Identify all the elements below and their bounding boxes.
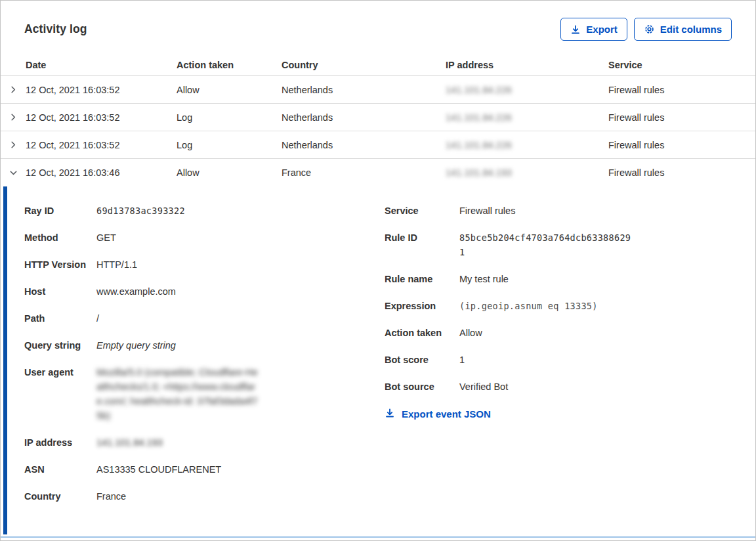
field-label: Country [24,489,96,504]
table-row-expanded[interactable]: 12 Oct, 2021 16:03:46 Allow France 141.1… [1,159,755,186]
row-ip-address-redacted: 141.101.84.193 [446,167,512,178]
row-date: 12 Oct, 2021 16:03:52 [26,140,177,150]
column-header-country: Country [282,60,446,70]
row-action-taken: Log [177,112,282,123]
detail-field-rule-name: Rule name My test rule [385,272,732,286]
export-button-label: Export [586,24,618,35]
row-date: 12 Oct, 2021 16:03:52 [26,112,177,123]
row-ip-address-redacted: 141.101.84.226 [446,140,512,150]
field-label: Service [385,204,459,218]
field-label: IP address [24,435,96,450]
detail-right-column: Service Firewall rules Rule ID 85bce5b20… [385,204,732,534]
row-date: 12 Oct, 2021 16:03:52 [26,85,177,95]
field-label: ASN [24,462,96,477]
field-label: Action taken [385,326,459,340]
field-label: Ray ID [24,204,96,218]
table-row[interactable]: 12 Oct, 2021 16:03:52 Log Netherlands 14… [1,104,755,131]
table-row[interactable]: 12 Oct, 2021 16:03:52 Allow Netherlands … [1,76,755,104]
panel-bottom-border [1,536,755,538]
export-button[interactable]: Export [560,18,627,41]
row-ip-address-redacted: 141.101.84.226 [446,85,512,95]
row-country: France [282,167,446,178]
field-label: Method [24,230,96,245]
field-value: AS13335 CLOUDFLARENET [96,462,221,477]
field-value: France [96,489,126,504]
field-value-redacted: 141.101.84.193 [96,435,163,450]
row-action-taken: Allow [177,167,282,178]
field-label: Bot score [385,353,459,367]
chevron-right-icon[interactable] [1,112,26,122]
column-header-service: Service [608,60,755,70]
detail-field-host: Host www.example.com [24,284,385,299]
chevron-right-icon[interactable] [1,85,26,95]
row-service: Firewall rules [608,112,755,123]
row-ip-address-redacted: 141.101.84.226 [446,112,512,123]
topbar: Activity log Export Edit columns [1,1,755,54]
detail-field-query-string: Query string Empty query string [24,338,385,353]
field-value-redacted: Mozilla/5.0 (compatible; Cloudflare-Heal… [96,365,261,423]
detail-field-path: Path / [24,311,385,326]
export-event-json-link[interactable]: Export event JSON [385,408,491,420]
column-header-action-taken: Action taken [177,60,282,70]
row-country: Netherlands [282,140,446,150]
column-header-ip-address: IP address [446,60,608,70]
field-value: 85bce5b204cf4703a764dcb633886291 [459,230,631,259]
field-label: Bot source [385,379,459,394]
field-value: (ip.geoip.asnum eq 13335) [459,299,598,313]
field-label: Host [24,284,96,299]
detail-field-bot-source: Bot source Verified Bot [385,379,732,394]
row-service: Firewall rules [608,167,755,178]
detail-field-country: Country France [24,489,385,504]
detail-field-method: Method GET [24,230,385,245]
chevron-right-icon[interactable] [1,140,26,150]
field-value: www.example.com [96,284,176,299]
detail-field-asn: ASN AS13335 CLOUDFLARENET [24,462,385,477]
table-row[interactable]: 12 Oct, 2021 16:03:52 Log Netherlands 14… [1,131,755,159]
edit-columns-button[interactable]: Edit columns [634,18,732,41]
detail-field-expression: Expression (ip.geoip.asnum eq 13335) [385,299,732,313]
field-value: My test rule [459,272,509,286]
activity-log-panel: Activity log Export Edit columns Date Ac… [0,0,756,541]
field-value: GET [96,230,116,245]
row-country: Netherlands [282,85,446,95]
field-value: Empty query string [96,338,176,353]
field-value: Firewall rules [459,204,515,218]
event-detail-panel: Ray ID 69d13783ac393322 Method GET HTTP … [3,186,755,534]
detail-field-ip-address: IP address 141.101.84.193 [24,435,385,450]
field-value: 69d13783ac393322 [96,204,185,218]
field-value: HTTP/1.1 [96,257,137,272]
row-date: 12 Oct, 2021 16:03:46 [26,167,177,178]
export-event-json-label: Export event JSON [402,408,491,420]
field-label: Rule name [385,272,459,286]
row-service: Firewall rules [608,140,755,150]
page-title: Activity log [24,22,87,36]
gear-icon [644,24,655,35]
row-service: Firewall rules [608,85,755,95]
chevron-down-icon[interactable] [1,168,26,178]
detail-field-service: Service Firewall rules [385,204,732,218]
field-value: Allow [459,326,482,340]
row-country: Netherlands [282,112,446,123]
row-action-taken: Allow [177,85,282,95]
row-action-taken: Log [177,140,282,150]
edit-columns-button-label: Edit columns [660,24,722,35]
field-value: Verified Bot [459,379,508,394]
toolbar: Export Edit columns [560,18,732,41]
detail-field-rule-id: Rule ID 85bce5b204cf4703a764dcb633886291 [385,230,732,259]
detail-field-bot-score: Bot score 1 [385,353,732,367]
detail-field-http-version: HTTP Version HTTP/1.1 [24,257,385,272]
field-label: Path [24,311,96,326]
field-label: Query string [24,338,96,353]
field-label: HTTP Version [24,257,96,272]
field-label: User agent [24,365,96,423]
field-label: Expression [385,299,459,313]
detail-field-action-taken: Action taken Allow [385,326,732,340]
table-header: Date Action taken Country IP address Ser… [1,54,755,76]
field-value: / [96,311,99,326]
detail-field-ray-id: Ray ID 69d13783ac393322 [24,204,385,218]
detail-left-column: Ray ID 69d13783ac393322 Method GET HTTP … [24,204,385,534]
detail-field-user-agent: User agent Mozilla/5.0 (compatible; Clou… [24,365,385,423]
download-icon [570,24,581,35]
download-icon [385,408,395,420]
column-header-date: Date [26,60,177,70]
